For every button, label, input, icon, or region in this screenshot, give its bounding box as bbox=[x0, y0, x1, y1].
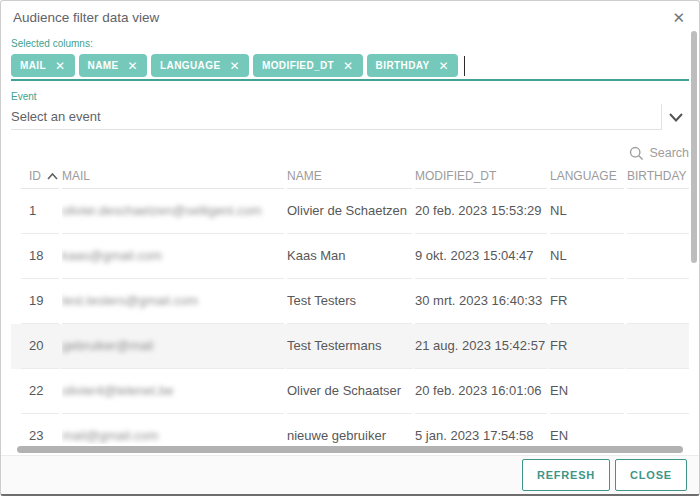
cell-name: Test Testermans bbox=[287, 324, 412, 369]
data-table: ID MAIL NAME MODIFIED_DT LANGUAGE BIRTHD… bbox=[11, 165, 689, 444]
cell-language: EN bbox=[550, 369, 624, 414]
cell-language: NL bbox=[550, 234, 624, 279]
cell-birthday bbox=[627, 234, 689, 279]
chip-remove-icon[interactable]: ✕ bbox=[343, 59, 353, 73]
cell-birthday bbox=[627, 324, 689, 369]
chip-label: MODIFIED_DT bbox=[262, 60, 334, 71]
column-chip-modified-dt[interactable]: MODIFIED_DT ✕ bbox=[253, 54, 363, 77]
dialog-content: Selected columns: MAIL ✕ NAME ✕ LANGUAGE… bbox=[1, 38, 699, 453]
cell-id: 22 bbox=[21, 369, 59, 414]
selected-columns-input[interactable]: MAIL ✕ NAME ✕ LANGUAGE ✕ MODIFIED_DT ✕ B… bbox=[11, 54, 689, 81]
dialog-title: Audience filter data view bbox=[13, 10, 159, 25]
chevron-down-icon[interactable] bbox=[661, 104, 689, 130]
selected-columns-label: Selected columns: bbox=[11, 38, 689, 49]
chip-label: MAIL bbox=[20, 60, 46, 71]
search-placeholder: Search bbox=[649, 146, 689, 160]
vertical-scrollbar[interactable] bbox=[691, 31, 697, 263]
table-row[interactable]: 18 kaas@gmail.com Kaas Man 9 okt. 2023 1… bbox=[11, 234, 689, 279]
sort-asc-icon[interactable] bbox=[47, 173, 58, 180]
search-icon bbox=[629, 146, 644, 161]
table-row[interactable]: 1 olivier.deschaetzen@selligent.com Oliv… bbox=[11, 189, 689, 234]
cell-id: 1 bbox=[21, 189, 59, 234]
cell-language: NL bbox=[550, 189, 624, 234]
chip-remove-icon[interactable]: ✕ bbox=[55, 59, 65, 73]
cell-id: 19 bbox=[21, 279, 59, 324]
event-label: Event bbox=[11, 91, 689, 102]
chip-label: LANGUAGE bbox=[160, 60, 220, 71]
cell-name: nieuwe gebruiker bbox=[287, 414, 412, 444]
chip-label: NAME bbox=[88, 60, 119, 71]
column-chip-mail[interactable]: MAIL ✕ bbox=[11, 54, 75, 77]
cell-birthday bbox=[627, 414, 689, 444]
refresh-button[interactable]: REFRESH bbox=[522, 459, 610, 491]
horizontal-scrollbar[interactable] bbox=[17, 446, 683, 453]
cell-modified-dt: 9 okt. 2023 15:04:47 bbox=[415, 234, 547, 279]
chip-remove-icon[interactable]: ✕ bbox=[439, 59, 449, 73]
close-icon[interactable]: ✕ bbox=[670, 10, 687, 25]
cell-mail-blurred: mail@gmail.com bbox=[62, 428, 158, 443]
cell-modified-dt: 21 aug. 2023 15:42:57 bbox=[415, 324, 547, 369]
cell-mail-blurred: kaas@gmail.com bbox=[62, 248, 162, 263]
cell-mail-blurred: olivier.deschaetzen@selligent.com bbox=[62, 203, 262, 218]
column-header-name[interactable]: NAME bbox=[287, 165, 412, 189]
dialog-header: Audience filter data view ✕ bbox=[1, 1, 699, 30]
cell-mail-blurred: olivier4@telenet.be bbox=[62, 383, 173, 398]
search-field[interactable]: Search bbox=[11, 144, 689, 162]
event-select[interactable]: Select an event bbox=[11, 104, 689, 130]
cell-id: 18 bbox=[21, 234, 59, 279]
cell-language: FR bbox=[550, 279, 624, 324]
cell-id: 23 bbox=[21, 414, 59, 444]
table-row[interactable]: 20 gebruiker@mail Test Testermans 21 aug… bbox=[11, 324, 689, 369]
cell-language: FR bbox=[550, 324, 624, 369]
cell-modified-dt: 20 feb. 2023 16:01:06 bbox=[415, 369, 547, 414]
text-cursor bbox=[464, 56, 465, 76]
chip-label: BIRTHDAY bbox=[376, 60, 430, 71]
cell-mail-blurred: test.testers@gmail.com bbox=[62, 293, 198, 308]
column-header-id[interactable]: ID bbox=[21, 165, 59, 189]
cell-mail-blurred: gebruiker@mail bbox=[62, 338, 153, 353]
column-chip-birthday[interactable]: BIRTHDAY ✕ bbox=[367, 54, 458, 77]
column-header-birthday[interactable]: BIRTHDAY bbox=[627, 165, 689, 189]
cell-modified-dt: 30 mrt. 2023 16:40:33 bbox=[415, 279, 547, 324]
cell-name: Oliver de Schaatser bbox=[287, 369, 412, 414]
column-header-language[interactable]: LANGUAGE bbox=[550, 165, 624, 189]
column-chip-name[interactable]: NAME ✕ bbox=[79, 54, 148, 77]
table-header-row: ID MAIL NAME MODIFIED_DT LANGUAGE BIRTHD… bbox=[11, 165, 689, 189]
cell-language: EN bbox=[550, 414, 624, 444]
cell-modified-dt: 5 jan. 2023 17:54:58 bbox=[415, 414, 547, 444]
cell-name: Kaas Man bbox=[287, 234, 412, 279]
chip-remove-icon[interactable]: ✕ bbox=[128, 59, 138, 73]
audience-filter-dialog: Audience filter data view ✕ Selected col… bbox=[0, 0, 700, 496]
cell-id: 20 bbox=[21, 324, 59, 369]
table-row[interactable]: 19 test.testers@gmail.com Test Testers 3… bbox=[11, 279, 689, 324]
cell-birthday bbox=[627, 189, 689, 234]
column-header-modified-dt[interactable]: MODIFIED_DT bbox=[415, 165, 547, 189]
dialog-footer: REFRESH CLOSE bbox=[1, 455, 699, 494]
table-body: 1 olivier.deschaetzen@selligent.com Oliv… bbox=[11, 189, 689, 444]
chip-remove-icon[interactable]: ✕ bbox=[229, 59, 239, 73]
cell-name: Olivier de Schaetzen bbox=[287, 189, 412, 234]
cell-birthday bbox=[627, 279, 689, 324]
cell-birthday bbox=[627, 369, 689, 414]
event-select-value[interactable]: Select an event bbox=[11, 104, 661, 130]
close-button[interactable]: CLOSE bbox=[615, 459, 687, 491]
table-row[interactable]: 22 olivier4@telenet.be Oliver de Schaats… bbox=[11, 369, 689, 414]
cell-modified-dt: 20 feb. 2023 15:53:29 bbox=[415, 189, 547, 234]
column-chip-language[interactable]: LANGUAGE ✕ bbox=[151, 54, 249, 77]
table-row[interactable]: 23 mail@gmail.com nieuwe gebruiker 5 jan… bbox=[11, 414, 689, 444]
column-header-mail[interactable]: MAIL bbox=[62, 165, 284, 189]
cell-name: Test Testers bbox=[287, 279, 412, 324]
